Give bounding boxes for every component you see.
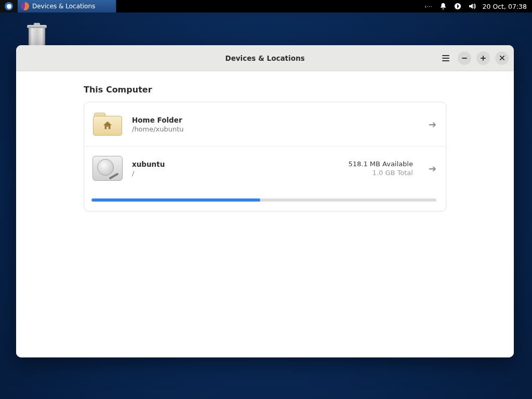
arrow-right-icon: ➔ (429, 163, 436, 174)
arrow-right-icon: ➔ (429, 119, 436, 130)
locations-card: Home Folder /home/xubuntu ➔ xubuntu / 51… (84, 102, 446, 211)
row-title: xubuntu (132, 160, 340, 168)
menu-button[interactable] (439, 51, 453, 65)
row-root-disk[interactable]: xubuntu / 518.1 MB Available 1.0 GB Tota… (84, 146, 446, 211)
clock[interactable]: 20 Oct, 07:38 (483, 3, 527, 10)
panel-right: ‹···› 20 Oct, 07:38 (424, 0, 532, 12)
notifications-icon[interactable] (439, 2, 447, 10)
titlebar-controls (439, 51, 514, 65)
disk-available: 518.1 MB Available (348, 160, 413, 168)
disk-stats: 518.1 MB Available 1.0 GB Total (348, 160, 413, 177)
close-button[interactable] (495, 51, 509, 65)
row-home-folder[interactable]: Home Folder /home/xubuntu ➔ (84, 102, 446, 146)
taskbar-button-devices[interactable]: Devices & Locations (18, 0, 116, 12)
svg-text:‹···›: ‹···› (424, 3, 433, 10)
disk-total: 1.0 GB Total (348, 169, 413, 177)
devices-window: Devices & Locations This Computer (16, 45, 514, 357)
row-main: xubuntu / (132, 160, 340, 177)
maximize-button[interactable] (476, 51, 490, 65)
row-subtitle: / (132, 169, 340, 177)
section-title: This Computer (84, 85, 446, 95)
taskbar-label: Devices & Locations (32, 3, 95, 10)
home-folder-icon (91, 110, 124, 139)
power-icon[interactable] (454, 2, 462, 10)
top-panel: Devices & Locations ‹···› 20 Oct, 07:38 (0, 0, 532, 12)
harddrive-icon (91, 154, 124, 183)
titlebar[interactable]: Devices & Locations (16, 45, 514, 71)
minimize-button[interactable] (458, 51, 471, 65)
row-main: Home Folder /home/xubuntu (132, 116, 413, 133)
app-icon (21, 2, 29, 10)
network-icon[interactable]: ‹···› (424, 2, 433, 10)
disk-usage-bar (91, 198, 436, 202)
row-title: Home Folder (132, 116, 413, 124)
applications-menu-button[interactable] (0, 0, 18, 12)
window-content: This Computer Home Folder /home/xubuntu (16, 71, 514, 357)
volume-icon[interactable] (468, 2, 476, 10)
xfce-logo-icon (5, 2, 13, 10)
panel-left: Devices & Locations (0, 0, 116, 12)
row-subtitle: /home/xubuntu (132, 125, 413, 133)
